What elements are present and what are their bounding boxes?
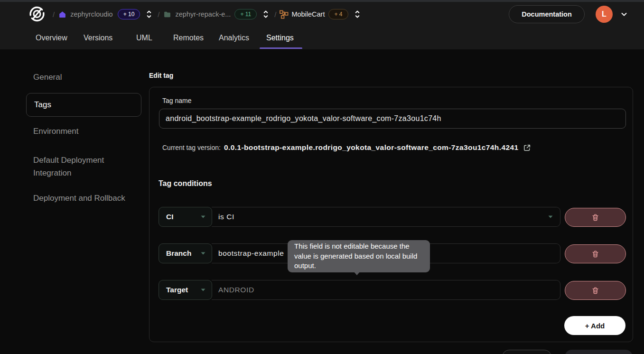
- condition-row: Target ANDROID: [159, 280, 560, 300]
- home-icon: [58, 10, 66, 19]
- tooltip-arrow: [354, 271, 360, 275]
- trash-icon: [591, 214, 599, 222]
- top-header: / zephyrcloudio + 10 / zephyr-repack-e..…: [0, 0, 644, 49]
- condition-value-input[interactable]: ANDROID: [212, 280, 560, 300]
- folder-icon: [163, 10, 171, 19]
- tab-overview[interactable]: Overview: [29, 29, 74, 47]
- breadcrumb-app[interactable]: MobileCart: [291, 10, 325, 18]
- breadcrumb-separator: /: [53, 10, 55, 19]
- project-switcher-icon[interactable]: [262, 9, 269, 19]
- sidebar-item-general[interactable]: General: [33, 73, 62, 82]
- delete-condition-button[interactable]: [565, 281, 626, 300]
- current-version-line: Current tag version: 0.0.1-bootstrap-exa…: [162, 143, 531, 152]
- delete-condition-button[interactable]: [565, 244, 626, 263]
- org-switcher-icon[interactable]: [146, 9, 152, 19]
- condition-type-select[interactable]: Branch: [159, 243, 212, 263]
- add-condition-button[interactable]: + Add: [564, 316, 625, 335]
- tab-settings[interactable]: Settings: [260, 29, 300, 47]
- active-tab-underline: [260, 47, 302, 49]
- version-value: 0.0.1-bootstrap-example.rodrigo_yokota_v…: [224, 143, 519, 152]
- tag-name-input[interactable]: android_bootstrap-example_rodrigo_yokota…: [159, 109, 626, 129]
- delete-condition-button[interactable]: [565, 208, 626, 227]
- sidebar-item-default-deployment-integration[interactable]: Default Deployment Integration: [33, 154, 126, 179]
- tag-conditions-title: Tag conditions: [159, 179, 212, 188]
- breadcrumb-separator: /: [274, 10, 276, 19]
- trash-icon: [591, 287, 599, 295]
- edit-tag-panel: Tag name android_bootstrap-example_rodri…: [149, 87, 633, 342]
- zephyr-logo-icon: [28, 6, 46, 23]
- version-label: Current tag version:: [162, 144, 221, 151]
- tab-uml[interactable]: UML: [130, 29, 159, 47]
- breadcrumb-separator: /: [158, 10, 159, 19]
- external-link-icon[interactable]: [523, 144, 531, 152]
- sidebar-item-environment[interactable]: Environment: [33, 127, 78, 136]
- chevron-down-icon: [200, 252, 206, 255]
- trash-icon: [591, 250, 599, 258]
- chevron-down-icon[interactable]: [620, 10, 628, 20]
- tab-versions[interactable]: Versions: [77, 29, 119, 47]
- breadcrumb-project[interactable]: zephyr-repack-e...: [176, 10, 231, 18]
- condition-value-select[interactable]: is CI: [212, 207, 560, 227]
- tag-name-label: Tag name: [162, 97, 191, 104]
- breadcrumb: / zephyrcloudio + 10 / zephyr-repack-e..…: [28, 4, 361, 25]
- sidebar-item-tags[interactable]: Tags: [26, 93, 141, 117]
- chevron-down-icon: [200, 288, 206, 292]
- tab-remotes[interactable]: Remotes: [167, 29, 210, 47]
- window-top-strip: [0, 0, 644, 2]
- tooltip: This field is not editable because the v…: [288, 240, 430, 272]
- condition-row: CI is CI: [159, 207, 560, 227]
- sidebar-item-deployment-rollback[interactable]: Deployment and Rollback: [33, 194, 125, 203]
- bottom-secondary-button[interactable]: [502, 350, 551, 354]
- app-badge[interactable]: + 4: [328, 9, 348, 19]
- avatar[interactable]: L: [596, 6, 613, 23]
- project-badge[interactable]: + 11: [234, 9, 257, 19]
- chevron-down-icon: [548, 215, 553, 219]
- chevron-down-icon: [200, 215, 206, 219]
- page-title: Edit tag: [149, 72, 173, 79]
- condition-type-select[interactable]: Target: [159, 280, 212, 300]
- app-switcher-icon[interactable]: [354, 9, 361, 19]
- documentation-button[interactable]: Documentation: [509, 5, 585, 23]
- org-badge[interactable]: + 10: [118, 9, 140, 19]
- bottom-primary-button[interactable]: [565, 350, 633, 354]
- breadcrumb-org[interactable]: zephyrcloudio: [70, 10, 112, 18]
- condition-type-select[interactable]: CI: [159, 207, 212, 227]
- sitemap-icon: [280, 10, 289, 19]
- tab-analytics[interactable]: Analytics: [212, 29, 256, 47]
